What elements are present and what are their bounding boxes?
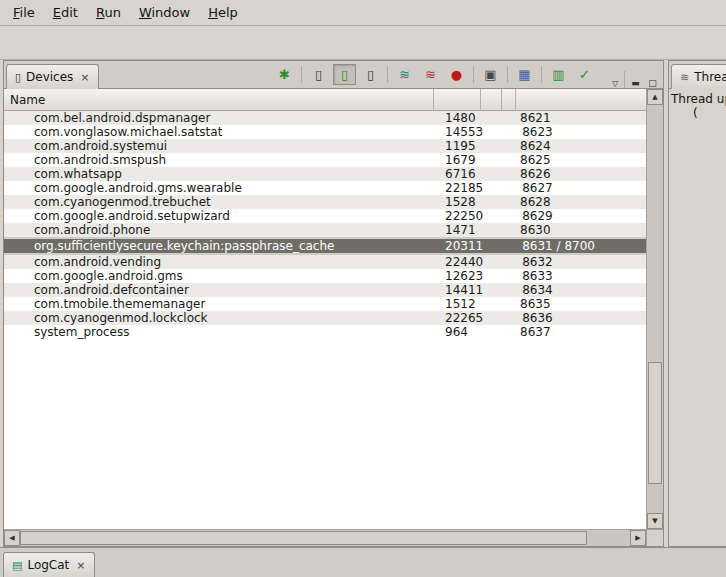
start-profiling-icon[interactable]: ≋ [419, 64, 442, 85]
cell-name: com.cyanogenmod.trebuchet [4, 195, 434, 209]
cell-name: com.android.vending [4, 255, 434, 269]
horizontal-scroll-track[interactable] [20, 530, 630, 546]
tab-logcat[interactable]: ▤ LogCat × [3, 552, 95, 577]
cell-pid: 14411 [434, 283, 483, 297]
column-header-empty[interactable] [481, 89, 502, 110]
close-icon[interactable]: × [80, 71, 89, 84]
vertical-scrollbar[interactable]: ▲ ▼ [646, 89, 663, 529]
threads-tab-bar: ≋ Threads [669, 61, 726, 89]
cell-name: com.android.phone [4, 223, 434, 237]
cell-port: 8626 [516, 167, 646, 181]
table-row[interactable]: com.whatsapp67168626 [4, 167, 646, 181]
cell-name: com.tmobile.thememanager [4, 297, 434, 311]
cell-port: 8629 [518, 209, 646, 223]
vertical-scroll-track[interactable] [647, 105, 663, 513]
cell-pid: 20311 [434, 239, 483, 253]
cell-port: 8623 [518, 125, 646, 139]
scroll-left-button[interactable]: ◀ [4, 530, 20, 546]
cell-name: com.whatsapp [4, 167, 434, 181]
tab-devices[interactable]: ▯ Devices × [6, 64, 99, 89]
update-threads-icon[interactable]: ≋ [393, 64, 416, 85]
table-row[interactable]: com.cyanogenmod.lockclock222658636 [4, 311, 646, 325]
cell-pid: 964 [434, 325, 481, 339]
cell-pid: 12623 [434, 269, 483, 283]
horizontal-scroll-thumb[interactable] [20, 531, 587, 545]
column-header-pid[interactable] [434, 89, 481, 110]
devices-toolbar-icons: ✱▯▯▯≋≋●▣▦▥✓ [273, 64, 598, 88]
column-header-name[interactable]: Name [4, 89, 434, 110]
hierarchy-columns-icon[interactable]: ▥ [547, 64, 570, 85]
cell-port: 8624 [516, 139, 646, 153]
table-row[interactable]: com.cyanogenmod.trebuchet15288628 [4, 195, 646, 209]
menu-item-run[interactable]: Run [87, 1, 130, 24]
tab-threads[interactable]: ≋ Threads [671, 64, 726, 89]
maximize-icon[interactable]: □ [644, 78, 661, 88]
minimize-icon[interactable]: ▬ [627, 78, 644, 88]
horizontal-scrollbar[interactable]: ◀ ▶ [4, 529, 663, 546]
cell-name: com.android.defcontainer [4, 283, 434, 297]
close-icon[interactable]: × [76, 559, 85, 572]
table-row[interactable]: com.google.android.gms.wearable221858627 [4, 181, 646, 195]
table-row[interactable]: com.android.vending224408632 [4, 255, 646, 269]
scroll-right-button[interactable]: ▶ [630, 530, 646, 546]
device-icon: ▯ [15, 71, 21, 84]
cell-port: 8628 [516, 195, 646, 209]
cell-port: 8637 [516, 325, 646, 339]
threads-message: Thread up ( [669, 89, 726, 546]
table-row[interactable]: com.android.smspush16798625 [4, 153, 646, 167]
scroll-up-button[interactable]: ▲ [647, 89, 663, 105]
systrace-icon[interactable]: ✓ [573, 64, 596, 85]
cell-port: 8625 [516, 153, 646, 167]
update-heap-icon[interactable]: ▯ [307, 64, 330, 85]
cell-pid: 1480 [434, 111, 481, 125]
table-row[interactable]: com.android.systemui11958624 [4, 139, 646, 153]
table-row[interactable]: com.bel.android.dspmanager14808621 [4, 111, 646, 125]
vertical-scroll-thumb[interactable] [648, 362, 662, 484]
menu-item-help[interactable]: Help [199, 1, 247, 24]
table-row[interactable]: system_process9648637 [4, 325, 646, 339]
cell-pid: 22250 [434, 209, 483, 223]
cause-gc-icon[interactable]: ▯ [359, 64, 382, 85]
column-header-port[interactable] [516, 89, 646, 110]
toolbar-separator [301, 66, 302, 83]
main-area: ▯ Devices × ✱▯▯▯≋≋●▣▦▥✓ ▽ ▬ □ Name [0, 60, 726, 547]
cell-name: com.cyanogenmod.lockclock [4, 311, 434, 325]
logcat-icon: ▤ [12, 559, 22, 572]
cell-pid: 1195 [434, 139, 481, 153]
cell-name: com.android.systemui [4, 139, 434, 153]
toolbar-strip [0, 26, 726, 60]
toolbar-separator [387, 66, 388, 83]
table-row[interactable]: com.android.phone14718630 [4, 223, 646, 237]
menu-item-window[interactable]: Window [130, 1, 199, 24]
dump-hprof-icon[interactable]: ▯ [333, 64, 356, 85]
table-row[interactable]: com.google.android.setupwizard222508629 [4, 209, 646, 223]
cell-port: 8634 [518, 283, 646, 297]
devices-tab-bar: ▯ Devices × ✱▯▯▯≋≋●▣▦▥✓ ▽ ▬ □ [4, 61, 663, 89]
view-menu-chevron-icon[interactable]: ▽ [608, 79, 622, 88]
table-row[interactable]: com.android.defcontainer144118634 [4, 283, 646, 297]
column-header-empty[interactable] [502, 89, 516, 110]
tab-devices-label: Devices [26, 70, 73, 84]
stop-process-icon[interactable]: ● [445, 64, 468, 85]
cell-pid: 22265 [434, 311, 483, 325]
cell-pid: 6716 [434, 167, 481, 181]
debug-process-icon[interactable]: ✱ [273, 64, 296, 85]
table-row[interactable]: org.sufficientlysecure.keychain:passphra… [4, 237, 646, 255]
cell-port: 8632 [518, 255, 646, 269]
table-row[interactable]: com.tmobile.thememanager15128635 [4, 297, 646, 311]
scroll-down-button[interactable]: ▼ [647, 513, 663, 529]
cell-name: com.bel.android.dspmanager [4, 111, 434, 125]
cell-pid: 1528 [434, 195, 481, 209]
menu-item-file[interactable]: File [4, 1, 44, 24]
screen-capture-icon[interactable]: ▣ [479, 64, 502, 85]
cell-port: 8633 [518, 269, 646, 283]
scrollbar-corner [646, 530, 663, 546]
threads-view: ≋ Threads Thread up ( [668, 60, 726, 547]
cell-name: system_process [4, 325, 434, 339]
tab-threads-label: Threads [694, 70, 726, 84]
screen-record-icon[interactable]: ▦ [513, 64, 536, 85]
bottom-view-bar: ▤ LogCat × [0, 547, 726, 577]
table-row[interactable]: com.google.android.gms126238633 [4, 269, 646, 283]
menu-item-edit[interactable]: Edit [44, 1, 87, 24]
table-row[interactable]: com.vonglasow.michael.satstat145538623 [4, 125, 646, 139]
